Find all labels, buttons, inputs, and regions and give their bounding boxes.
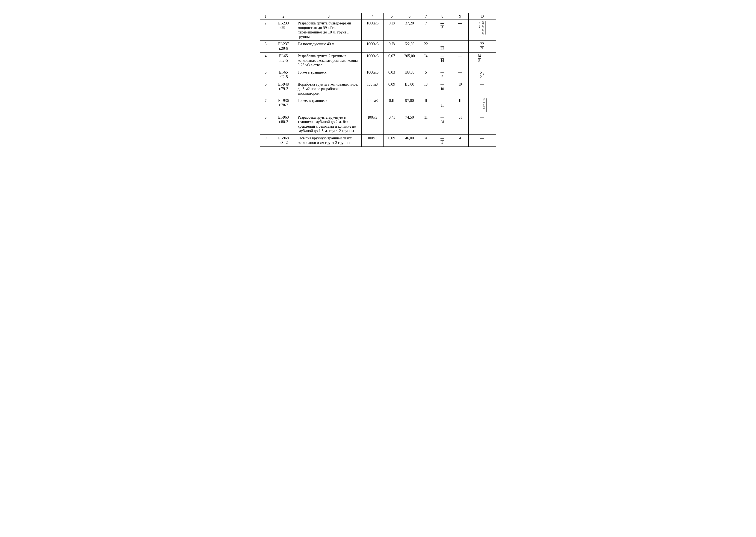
row-desc: Доработка грунта в котлованах плот. до 5…: [296, 81, 361, 97]
row-unit: I00 м3: [361, 81, 384, 97]
row-col8: — 3I: [433, 114, 452, 135]
header-col3: 3: [296, 13, 361, 20]
main-table: 1 2 3 4 5 6 7 8 9 I0 2 ЕI-230т.29-I Разр…: [260, 13, 496, 147]
row-unit: I00м3: [361, 114, 384, 135]
row-col6: 97,00: [400, 97, 419, 114]
row-col7: 5: [419, 69, 433, 81]
row-col8: — 22: [433, 41, 452, 53]
row-col8: — II: [433, 97, 452, 114]
table-row: 4 ЕI-65т.I2-5 Разработка грунта 2 группы…: [260, 53, 496, 69]
row-col10: I4 5 —: [468, 53, 496, 69]
row-col8: — I0: [433, 81, 452, 97]
row-num: 6: [260, 81, 271, 97]
table-row: 8 ЕI-960т.80-2 Разработка грунта вручную…: [260, 114, 496, 135]
row-unit: 1000м3: [361, 41, 384, 53]
row-col7: I0: [419, 81, 433, 97]
header-col10: I0: [468, 13, 496, 20]
row-col6: 37,20: [400, 20, 419, 41]
row-col10: 5 2 6: [468, 69, 496, 81]
row-num: 7: [260, 97, 271, 114]
row-desc: Разработка грунта вручную в траншелх глу…: [296, 114, 361, 135]
row-code: ЕI-936т.78-2: [271, 97, 296, 114]
row-num: 8: [260, 114, 271, 135]
row-code: ЕI-237т.29-8: [271, 41, 296, 53]
row-col8: — I4: [433, 53, 452, 69]
row-col10: — —: [468, 135, 496, 146]
header-col4: 4: [361, 13, 384, 20]
row-col5: 0,4I: [384, 114, 400, 135]
row-col5: 0,07: [384, 53, 400, 69]
table-row: 2 ЕI-230т.29-I Разработка грунта бульдоз…: [260, 20, 496, 41]
row-code: ЕI-968т.8I-2: [271, 135, 296, 146]
header-col9: 9: [452, 13, 468, 20]
row-col10: 6 2 80-I2-63-86: [468, 20, 496, 41]
row-unit: 1000м3: [361, 69, 384, 81]
row-col9: II: [452, 97, 468, 114]
table-row: 5 ЕI-65т.I2-5 То же в траншеях 1000м3 0,…: [260, 69, 496, 81]
row-col5: 0,I8: [384, 20, 400, 41]
row-col8: — 5: [433, 69, 452, 81]
row-col7: 3I: [419, 114, 433, 135]
row-col9: 4: [452, 135, 468, 146]
row-desc: Разработка грунта бульдозерами мощностью…: [296, 20, 361, 41]
page: 1 2 3 4 5 6 7 8 9 I0 2 ЕI-230т.29-I Разр…: [260, 13, 496, 147]
row-col7: II: [419, 97, 433, 114]
row-col6: I88,00: [400, 69, 419, 81]
row-desc: То же в траншеях: [296, 69, 361, 81]
row-col10: — —: [468, 114, 496, 135]
row-col9: 3I: [452, 114, 468, 135]
row-num: 4: [260, 53, 271, 69]
row-num: 3: [260, 41, 271, 53]
row-desc: То же, в траншеях: [296, 97, 361, 114]
row-col9: I0: [452, 81, 468, 97]
row-desc: На последующие 40 м.: [296, 41, 361, 53]
row-col6: 46,00: [400, 135, 419, 146]
row-desc: Засыпка вручную траншей пазух котлованов…: [296, 135, 361, 146]
row-code: ЕI-230т.29-I: [271, 20, 296, 41]
table-row: 6 ЕI-948т.79-2 Доработка грунта в котлов…: [260, 81, 496, 97]
row-col10: — св-8 22-I-03: [468, 97, 496, 114]
row-col9: —: [452, 53, 468, 69]
row-col10: 22 7: [468, 41, 496, 53]
table-row: 9 ЕI-968т.8I-2 Засыпка вручную траншей п…: [260, 135, 496, 146]
row-col8: — 6: [433, 20, 452, 41]
header-col7: 7: [419, 13, 433, 20]
row-col7: 7: [419, 20, 433, 41]
row-col6: 74,50: [400, 114, 419, 135]
row-unit: 1000м3: [361, 20, 384, 41]
row-col5: 0,09: [384, 81, 400, 97]
row-unit: I00 м3: [361, 97, 384, 114]
row-code: ЕI-65т.I2-5: [271, 53, 296, 69]
row-col5: 0,03: [384, 69, 400, 81]
row-unit: I00м3: [361, 135, 384, 146]
row-num: 2: [260, 20, 271, 41]
row-col6: I22,00: [400, 41, 419, 53]
row-col9: —: [452, 20, 468, 41]
row-col7: I4: [419, 53, 433, 69]
row-code: ЕI-65т.I2-5: [271, 69, 296, 81]
row-desc: Разработка грунта 2 группы в котлованах …: [296, 53, 361, 69]
row-code: ЕI-948т.79-2: [271, 81, 296, 97]
row-code: ЕI-960т.80-2: [271, 114, 296, 135]
row-col6: 205,00: [400, 53, 419, 69]
header-col1: 1: [260, 13, 271, 20]
row-unit: 1000м3: [361, 53, 384, 69]
row-col9: —: [452, 41, 468, 53]
row-col8: — 4: [433, 135, 452, 146]
row-col6: II5,00: [400, 81, 419, 97]
row-col7: 4: [419, 135, 433, 146]
row-col5: 0,09: [384, 135, 400, 146]
row-num: 5: [260, 69, 271, 81]
row-col7: 22: [419, 41, 433, 53]
row-col5: 0,II: [384, 97, 400, 114]
header-col8: 8: [433, 13, 452, 20]
table-header: 1 2 3 4 5 6 7 8 9 I0: [260, 13, 496, 20]
table-row: 3 ЕI-237т.29-8 На последующие 40 м. 1000…: [260, 41, 496, 53]
row-col9: —: [452, 69, 468, 81]
header-col5: 5: [384, 13, 400, 20]
row-col5: 0,I8: [384, 41, 400, 53]
row-col10: — —: [468, 81, 496, 97]
header-col2: 2: [271, 13, 296, 20]
table-row: 7 ЕI-936т.78-2 То же, в траншеях I00 м3 …: [260, 97, 496, 114]
header-col6: 6: [400, 13, 419, 20]
